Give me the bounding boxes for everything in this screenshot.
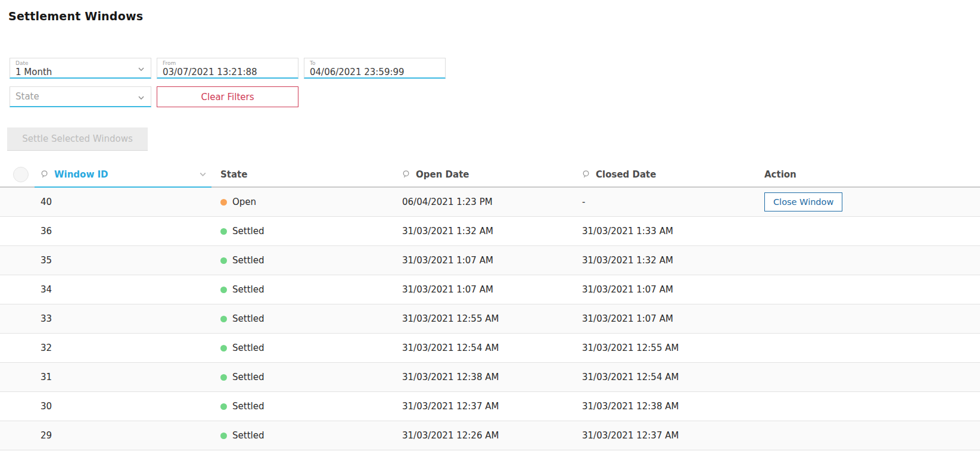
- cell-window-id: 32: [35, 343, 213, 353]
- date-range-select[interactable]: Date: [10, 58, 151, 79]
- table-row: 34 Settled 31/03/2021 1:07 AM 31/03/2021…: [0, 275, 980, 304]
- column-label-state: State: [220, 169, 247, 180]
- column-label-open-date: Open Date: [416, 169, 469, 180]
- state-label: Settled: [232, 313, 264, 324]
- cell-closed-date: 31/03/2021 12:37 AM: [575, 430, 757, 441]
- cell-open-date: 31/03/2021 1:07 AM: [395, 284, 575, 295]
- cell-open-date: 31/03/2021 12:55 AM: [395, 313, 575, 324]
- cell-state: Settled: [213, 401, 395, 412]
- column-header-open-date[interactable]: Open Date: [395, 162, 575, 186]
- sort-direction-icon: [198, 170, 207, 179]
- status-dot-icon: [220, 316, 227, 322]
- cell-open-date: 31/03/2021 1:07 AM: [395, 255, 575, 266]
- column-header-state[interactable]: State: [213, 162, 395, 186]
- cell-closed-date: 31/03/2021 12:55 AM: [575, 343, 757, 353]
- cell-open-date: 31/03/2021 12:38 AM: [395, 372, 575, 382]
- cell-open-date: 31/03/2021 12:26 AM: [395, 430, 575, 441]
- cell-window-id: 34: [35, 284, 213, 295]
- state-label: Settled: [232, 430, 264, 441]
- table-row: 31 Settled 31/03/2021 12:38 AM 31/03/202…: [0, 363, 980, 392]
- table-row: 29 Settled 31/03/2021 12:26 AM 31/03/202…: [0, 421, 980, 450]
- state-label: Settled: [232, 401, 264, 412]
- to-date-field[interactable]: To: [304, 58, 446, 79]
- cell-closed-date: 31/03/2021 12:38 AM: [575, 401, 757, 412]
- state-select-placeholder: State: [15, 91, 39, 102]
- from-date-input[interactable]: [163, 67, 280, 77]
- cell-closed-date: 31/03/2021 1:33 AM: [575, 226, 757, 237]
- select-all-checkbox[interactable]: [13, 167, 29, 182]
- column-header-window-id[interactable]: Window ID: [35, 162, 213, 186]
- state-label: Settled: [232, 255, 264, 266]
- to-date-input[interactable]: [310, 67, 427, 77]
- page-title: Settlement Windows: [8, 10, 980, 23]
- cell-window-id: 40: [35, 197, 213, 207]
- column-label-action: Action: [764, 169, 797, 180]
- date-select-label: Date: [15, 60, 133, 66]
- search-icon[interactable]: [402, 170, 411, 179]
- cell-open-date: 31/03/2021 12:54 AM: [395, 343, 575, 353]
- cell-state: Settled: [213, 313, 395, 324]
- cell-state: Settled: [213, 284, 395, 295]
- cell-window-id: 30: [35, 401, 213, 412]
- settle-selected-windows-button[interactable]: Settle Selected Windows: [7, 127, 148, 151]
- status-dot-icon: [220, 374, 227, 381]
- table-row: 30 Settled 31/03/2021 12:37 AM 31/03/202…: [0, 392, 980, 421]
- cell-closed-date: 31/03/2021 1:32 AM: [575, 255, 757, 266]
- from-date-field[interactable]: From: [157, 58, 298, 79]
- status-dot-icon: [220, 433, 227, 439]
- cell-closed-date: 31/03/2021 12:54 AM: [575, 372, 757, 382]
- status-dot-icon: [220, 257, 227, 264]
- chevron-down-icon: [137, 94, 145, 102]
- status-dot-icon: [220, 287, 227, 293]
- cell-window-id: 31: [35, 372, 213, 382]
- state-label: Open: [232, 197, 256, 207]
- cell-state: Settled: [213, 226, 395, 237]
- settlement-windows-page: Settlement Windows Date From To State: [0, 10, 980, 476]
- state-filter-select[interactable]: State: [10, 86, 151, 107]
- cell-window-id: 35: [35, 255, 213, 266]
- header-select-all-cell: [0, 162, 35, 186]
- table-row: 36 Settled 31/03/2021 1:32 AM 31/03/2021…: [0, 217, 980, 246]
- cell-open-date: 31/03/2021 12:37 AM: [395, 401, 575, 412]
- cell-state: Settled: [213, 430, 395, 441]
- status-dot-icon: [220, 199, 227, 206]
- search-icon[interactable]: [41, 170, 49, 179]
- column-label-window-id: Window ID: [54, 169, 108, 180]
- table-row: 32 Settled 31/03/2021 12:54 AM 31/03/202…: [0, 334, 980, 363]
- search-icon[interactable]: [582, 170, 591, 179]
- from-field-label: From: [163, 60, 280, 66]
- cell-closed-date: 31/03/2021 1:07 AM: [575, 284, 757, 295]
- cell-open-date: 06/04/2021 1:23 PM: [395, 197, 575, 207]
- table-row: 33 Settled 31/03/2021 12:55 AM 31/03/202…: [0, 304, 980, 334]
- filters-panel: Date From To State Cl: [10, 58, 980, 107]
- filter-row-2: State Clear Filters: [10, 86, 980, 107]
- cell-open-date: 31/03/2021 1:32 AM: [395, 226, 575, 237]
- cell-window-id: 36: [35, 226, 213, 237]
- clear-filters-button[interactable]: Clear Filters: [157, 86, 298, 107]
- settlement-windows-table: Window ID State Open Date Closed Date: [0, 162, 980, 450]
- status-dot-icon: [220, 403, 227, 410]
- table-header-row: Window ID State Open Date Closed Date: [0, 162, 980, 188]
- column-header-action: Action: [757, 162, 980, 186]
- state-label: Settled: [232, 372, 264, 382]
- date-select-value[interactable]: [15, 67, 133, 77]
- cell-state: Open: [213, 197, 395, 207]
- column-header-closed-date[interactable]: Closed Date: [575, 162, 757, 186]
- close-window-button[interactable]: Close Window: [764, 192, 842, 211]
- status-dot-icon: [220, 345, 227, 351]
- cell-state: Settled: [213, 372, 395, 382]
- cell-window-id: 33: [35, 313, 213, 324]
- table-row: 40 Open 06/04/2021 1:23 PM - Close Windo…: [0, 188, 980, 217]
- cell-closed-date: -: [575, 197, 757, 207]
- state-label: Settled: [232, 226, 264, 237]
- cell-closed-date: 31/03/2021 1:07 AM: [575, 313, 757, 324]
- state-label: Settled: [232, 343, 264, 353]
- cell-window-id: 29: [35, 430, 213, 441]
- to-field-label: To: [310, 60, 427, 66]
- column-label-closed-date: Closed Date: [596, 169, 656, 180]
- chevron-down-icon: [137, 65, 145, 73]
- cell-state: Settled: [213, 343, 395, 353]
- state-label: Settled: [232, 284, 264, 295]
- filter-row-1: Date From To: [10, 58, 980, 79]
- cell-state: Settled: [213, 255, 395, 266]
